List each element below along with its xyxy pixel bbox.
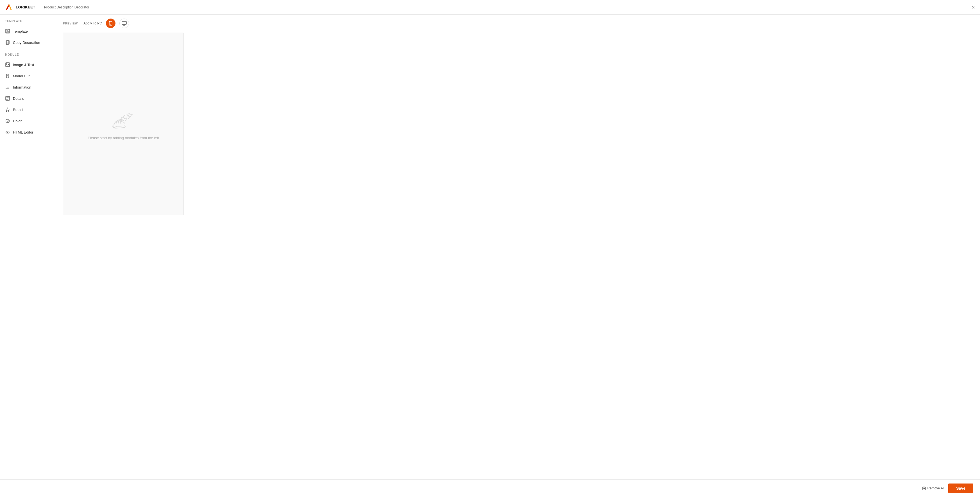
template-items-list: Template Copy Decoration (0, 25, 56, 48)
svg-rect-11 (6, 63, 10, 67)
copy-decoration-icon (5, 40, 10, 45)
template-item-label: Template (13, 29, 28, 33)
svg-rect-13 (6, 74, 9, 78)
model-cut-item-label: Model Cut (13, 74, 30, 78)
content-area: PREVIEW Apply To PC (56, 14, 980, 479)
empty-state-text: Please start by adding modules from the … (88, 136, 159, 140)
apply-to-pc-button[interactable]: Apply To PC (83, 21, 102, 25)
header-subtitle: Product Description Decorator (44, 5, 89, 9)
header-divider (40, 5, 40, 10)
html-editor-icon (5, 130, 10, 135)
sidebar-item-html-editor[interactable]: HTML Editor (0, 126, 56, 138)
html-editor-item-label: HTML Editor (13, 130, 33, 134)
model-cut-icon (5, 73, 10, 78)
copy-decoration-item-label: Copy Decoration (13, 40, 40, 45)
app-header: LORIKEET Product Description Decorator × (0, 0, 980, 14)
main-layout: TEMPLATE Template (0, 14, 980, 479)
sidebar-item-template[interactable]: Template (0, 25, 56, 37)
information-item-label: Information (13, 85, 31, 89)
app-footer: Remove All Save (0, 479, 980, 497)
svg-rect-6 (8, 32, 9, 33)
template-icon (5, 29, 10, 34)
module-section-label: MODULE (0, 53, 56, 59)
sidebar-item-details[interactable]: Details (0, 93, 56, 104)
svg-line-33 (7, 131, 8, 134)
module-items-list: Image & Text Model Cut (0, 59, 56, 138)
mobile-device-button[interactable] (106, 19, 116, 28)
close-button[interactable]: × (972, 5, 975, 10)
brand-item-label: Brand (13, 108, 23, 112)
svg-point-35 (110, 24, 111, 25)
svg-rect-4 (6, 30, 7, 33)
remove-all-label: Remove All (928, 486, 945, 490)
preview-canvas: Please start by adding modules from the … (56, 28, 980, 479)
svg-rect-5 (8, 30, 9, 31)
image-text-icon (5, 62, 10, 67)
mobile-icon (108, 21, 113, 25)
sidebar-item-copy-decoration[interactable]: Copy Decoration (0, 37, 56, 48)
sidebar-item-image-text[interactable]: Image & Text (0, 59, 56, 70)
remove-all-button[interactable]: Remove All (922, 486, 945, 490)
color-icon (5, 118, 10, 123)
svg-rect-36 (122, 21, 126, 24)
information-icon (5, 84, 10, 90)
preview-box: Please start by adding modules from the … (63, 33, 184, 215)
preview-header: PREVIEW Apply To PC (56, 14, 980, 28)
svg-point-19 (6, 88, 6, 89)
template-section-label: TEMPLATE (0, 20, 56, 25)
svg-point-28 (7, 120, 8, 122)
brand-icon (5, 107, 10, 112)
image-text-item-label: Image & Text (13, 63, 34, 67)
sidebar-item-model-cut[interactable]: Model Cut (0, 70, 56, 81)
color-item-label: Color (13, 119, 22, 123)
sidebar-item-brand[interactable]: Brand (0, 104, 56, 115)
sidebar-item-color[interactable]: Color (0, 115, 56, 126)
details-item-label: Details (13, 96, 24, 100)
lorikeet-logo-icon (6, 3, 13, 11)
logo: LORIKEET (6, 3, 35, 11)
empty-state-illustration (111, 108, 136, 131)
bird-hand-icon (111, 108, 136, 131)
svg-point-12 (6, 64, 7, 64)
details-icon (5, 96, 10, 101)
svg-marker-26 (6, 108, 10, 112)
trash-icon (922, 486, 926, 490)
desktop-icon (122, 21, 127, 25)
sidebar: TEMPLATE Template (0, 14, 56, 479)
save-button[interactable]: Save (948, 484, 973, 493)
sidebar-item-information[interactable]: Information (0, 81, 56, 93)
logo-name: LORIKEET (16, 5, 35, 9)
svg-rect-21 (6, 97, 7, 98)
svg-marker-1 (9, 5, 12, 10)
preview-label: PREVIEW (63, 22, 78, 25)
svg-point-41 (129, 115, 130, 115)
desktop-device-button[interactable] (119, 19, 129, 28)
